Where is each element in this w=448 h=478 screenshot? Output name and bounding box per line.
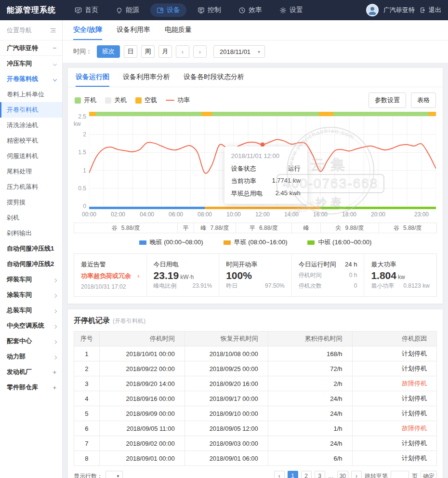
status-segment-开机 — [96, 112, 201, 116]
machine-status-band — [89, 112, 436, 116]
sidebar-item-涂装车间[interactable]: 涂装车间 — [0, 287, 62, 303]
sidebar-item-发动机厂[interactable]: 发动机厂+ — [0, 364, 62, 380]
table-view-button[interactable]: 表格 — [411, 93, 436, 108]
plot-area[interactable]: 00:0002:0004:0006:0008:0010:0012:0014:00… — [89, 112, 436, 221]
sidebar-item-label: 开卷引料机 — [7, 106, 38, 114]
nav-item-能源[interactable]: 能源 — [109, 3, 145, 17]
sidebar-item-剁料输出[interactable]: 剁料输出 — [0, 226, 62, 241]
user-avatar[interactable] — [366, 4, 379, 16]
sidebar-item-冲压车间[interactable]: 冲压车间 — [0, 56, 62, 71]
collapse-panel-icon[interactable] — [50, 27, 56, 34]
time-mode-日[interactable]: 日 — [124, 45, 137, 58]
sidebar-item-剁机[interactable]: 剁机 — [0, 210, 62, 226]
x-tick: 20:00 — [371, 211, 385, 218]
jump-confirm-button[interactable]: 确定 — [421, 471, 437, 478]
table-row[interactable]: 82018/09/01 00:002018/09/01 06:006/h计划停机 — [74, 451, 437, 466]
column-header-停机原因: 停机原因 — [352, 332, 436, 346]
pager-page-1[interactable]: 1 — [288, 471, 298, 478]
sidebar-item-广汽菲亚特[interactable]: 广汽菲亚特− — [0, 40, 62, 56]
sidebar-item-焊装车间[interactable]: 焊装车间 — [0, 272, 62, 287]
time-filter-bar: 时间： 班次日周月 ‹ › 2018/11/01 ▾ — [63, 40, 448, 63]
y-tick: 0.5 — [74, 185, 86, 192]
user-name[interactable]: 广汽菲亚特 — [383, 6, 415, 14]
sidebar-item-label: 压力机落料 — [7, 183, 38, 191]
time-mode-班次[interactable]: 班次 — [97, 45, 120, 58]
chart-tab-设备利用率分析[interactable]: 设备利用率分析 — [123, 68, 170, 87]
table-row[interactable]: 72018/09/02 00:002018/09/03 00:0024/h计划停… — [74, 436, 437, 451]
legend-swatch — [105, 97, 111, 104]
status-segment-开机 — [212, 112, 319, 116]
sidebar-item-卷料上科单位[interactable]: 卷料上科单位 — [0, 87, 62, 102]
stat-value: 0 — [354, 282, 357, 289]
stat-row: 23.19kW·h — [154, 270, 212, 281]
tariff-cell-尖: 尖9.88/度 — [320, 223, 378, 233]
shift-legend-swatch — [139, 240, 146, 245]
table-row[interactable]: 42018/09/16 00:002018/09/17 00:0024/h计划停… — [74, 391, 437, 406]
stat-unit: kW·h — [180, 274, 194, 280]
stat-label: 昨日 — [226, 282, 237, 290]
tab-电能质量[interactable]: 电能质量 — [165, 20, 192, 40]
time-mode-月[interactable]: 月 — [158, 45, 172, 58]
table-cell: 72/h — [268, 361, 352, 376]
sidebar-item-label: 自动伺服冲压线2 — [7, 260, 54, 268]
nav-label: 首页 — [85, 6, 98, 14]
nav-item-设备[interactable]: 设备 — [150, 3, 186, 17]
sidebar-item-总装车间[interactable]: 总装车间 — [0, 303, 62, 318]
stat-row: 最近告警 — [81, 260, 140, 269]
pager-next-button[interactable]: › — [351, 471, 362, 478]
table-row[interactable]: 22018/09/22 00:002018/09/25 00:0072/h计划停… — [74, 361, 437, 376]
sidebar-item-开卷引料机[interactable]: 开卷引料机 — [0, 102, 62, 118]
stat-value: 97.50% — [265, 282, 285, 289]
sidebar-item-自动伺服冲压线1[interactable]: 自动伺服冲压线1 — [0, 241, 62, 256]
stat-card: 最大功率1.804kw最小功率0.8123 kw — [364, 254, 436, 296]
tariff-cell-平: 平 — [177, 223, 194, 233]
nav-item-效率[interactable]: 效率 — [232, 3, 268, 17]
pager-prev-button[interactable]: ‹ — [274, 471, 285, 478]
rows-per-page-select[interactable]: ▼ — [105, 471, 123, 478]
tooltip-value: 2.45 kwh — [276, 189, 301, 198]
y-tick: 2 — [74, 131, 86, 138]
sidebar-item-label: 摆剪摸 — [7, 198, 26, 207]
table-cell: 2018/09/16 00:00 — [99, 391, 184, 406]
tooltip-rows: 设备状态运行当前功率1.7741 kw早班总用电2.45 kwh — [231, 164, 301, 198]
sidebar-item-压力机落料[interactable]: 压力机落料 — [0, 179, 62, 195]
tariff-price: 7.88/度 — [211, 224, 229, 232]
prev-period-button[interactable]: ‹ — [176, 45, 189, 58]
sidebar-item-配套中心[interactable]: 配套中心 — [0, 333, 62, 349]
sidebar-item-中央空调系统[interactable]: 中央空调系统 — [0, 318, 62, 333]
sidebar-item-尾料处理[interactable]: 尾料处理 — [0, 164, 62, 179]
tab-安全/故障[interactable]: 安全/故障 — [73, 20, 102, 40]
param-settings-button[interactable]: 参数设置 — [369, 93, 406, 108]
pager-page-3[interactable]: 3 — [315, 471, 325, 478]
logout-button[interactable]: 退出 — [420, 6, 441, 14]
nav-item-设置[interactable]: 设置 — [273, 3, 309, 17]
sidebar-item-自动伺服冲压线2[interactable]: 自动伺服冲压线2 — [0, 256, 62, 272]
table-row[interactable]: 52018/09/09 00:002018/09/10 00:0024/h计划停… — [74, 406, 437, 421]
sidebar-item-摆剪摸[interactable]: 摆剪摸 — [0, 195, 62, 210]
tab-设备利用率[interactable]: 设备利用率 — [117, 20, 150, 40]
chevron-down-icon — [53, 77, 57, 81]
sidebar-item-开卷落料线[interactable]: 开卷落料线 — [0, 71, 62, 87]
sidebar-item-动力部[interactable]: 动力部 — [0, 349, 62, 364]
pager-ellipsis: … — [328, 473, 334, 478]
sidebar-item-清洗涂油机[interactable]: 清洗涂油机 — [0, 118, 62, 133]
chart-tab-设备各时段状态分析[interactable]: 设备各时段状态分析 — [184, 68, 244, 87]
date-select[interactable]: 2018/11/01 ▾ — [213, 45, 265, 58]
sidebar-item-零件部仓库[interactable]: 零件部仓库+ — [0, 380, 62, 395]
x-tick: 08:00 — [198, 211, 212, 218]
chart-tab-设备运行图[interactable]: 设备运行图 — [76, 68, 109, 87]
jump-page-input[interactable] — [391, 471, 409, 478]
sidebar-item-伺服送料机[interactable]: 伺服送料机 — [0, 148, 62, 164]
nav-item-首页[interactable]: 首页 — [68, 3, 105, 17]
table-row[interactable]: 12018/10/01 00:002018/10/08 00:00168/h计划… — [74, 346, 437, 361]
pager-page-2[interactable]: 2 — [301, 471, 312, 478]
next-period-button[interactable]: › — [193, 45, 207, 58]
alert-arrow-icon[interactable]: › — [137, 272, 139, 279]
sidebar-item-精密校平机[interactable]: 精密校平机 — [0, 133, 62, 148]
time-mode-周[interactable]: 周 — [141, 45, 155, 58]
pager-page-30[interactable]: 30 — [337, 471, 348, 478]
table-row[interactable]: 32018/09/20 14:002018/09/20 16:002/h故障停机 — [74, 376, 437, 391]
nav-item-控制[interactable]: 控制 — [191, 3, 227, 17]
stat-row: 停机时间0 h — [299, 271, 357, 279]
table-row[interactable]: 62018/09/05 11:002018/09/05 12:001/h故障停机 — [74, 421, 437, 436]
